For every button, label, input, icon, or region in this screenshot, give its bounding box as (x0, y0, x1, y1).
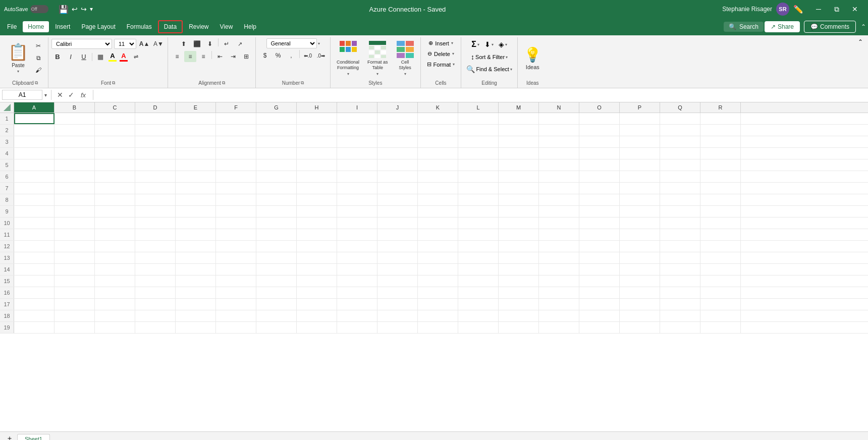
row-number-1[interactable]: 1 (0, 113, 14, 124)
cell-Q9[interactable] (660, 206, 700, 217)
cell-O13[interactable] (579, 252, 620, 263)
cell-M10[interactable] (499, 217, 539, 229)
cell-G2[interactable] (256, 125, 297, 136)
cell-R12[interactable] (700, 241, 741, 252)
cell-B15[interactable] (55, 276, 95, 287)
cell-I10[interactable] (337, 217, 377, 229)
cell-J17[interactable] (377, 299, 418, 310)
insert-cells-button[interactable]: ⊕ Insert ▾ (425, 38, 456, 48)
cell-M3[interactable] (499, 136, 539, 147)
cell-D19[interactable] (135, 322, 176, 333)
cell-D9[interactable] (135, 206, 176, 217)
align-left-button[interactable]: ≡ (171, 51, 183, 62)
borders-button[interactable]: ▦ (94, 51, 106, 63)
cell-P10[interactable] (620, 217, 660, 229)
cell-L13[interactable] (458, 252, 499, 263)
cell-P6[interactable] (620, 171, 660, 182)
cell-B7[interactable] (55, 183, 95, 194)
cell-N19[interactable] (539, 322, 579, 333)
ideas-button[interactable]: 💡 Ideas (521, 41, 545, 75)
cell-M9[interactable] (499, 206, 539, 217)
cell-C11[interactable] (95, 229, 135, 240)
cell-J1[interactable] (377, 113, 418, 124)
cell-K13[interactable] (418, 252, 458, 263)
cell-E19[interactable] (176, 322, 216, 333)
cell-G14[interactable] (256, 264, 297, 275)
cell-B19[interactable] (55, 322, 95, 333)
cell-R3[interactable] (700, 136, 741, 147)
cell-K15[interactable] (418, 276, 458, 287)
autosave-toggle[interactable]: Off (30, 5, 48, 13)
cell-C7[interactable] (95, 183, 135, 194)
cell-A9[interactable] (14, 206, 55, 217)
row-number-12[interactable]: 12 (0, 241, 14, 252)
cell-E15[interactable] (176, 276, 216, 287)
row-number-14[interactable]: 14 (0, 264, 14, 275)
cell-O19[interactable] (579, 322, 620, 333)
cell-R2[interactable] (700, 125, 741, 136)
cell-L8[interactable] (458, 194, 499, 205)
cell-D4[interactable] (135, 148, 176, 159)
bold-button[interactable]: B (51, 51, 64, 63)
cell-Q11[interactable] (660, 229, 700, 240)
cell-A3[interactable] (14, 136, 55, 147)
cell-N7[interactable] (539, 183, 579, 194)
cell-D11[interactable] (135, 229, 176, 240)
cell-I5[interactable] (337, 159, 377, 171)
cell-P2[interactable] (620, 125, 660, 136)
cell-H2[interactable] (297, 125, 337, 136)
cell-P8[interactable] (620, 194, 660, 205)
cell-D18[interactable] (135, 310, 176, 321)
cell-I6[interactable] (337, 171, 377, 182)
cell-I8[interactable] (337, 194, 377, 205)
cell-N10[interactable] (539, 217, 579, 229)
cell-N8[interactable] (539, 194, 579, 205)
cell-G7[interactable] (256, 183, 297, 194)
cell-Q10[interactable] (660, 217, 700, 229)
cell-Q1[interactable] (660, 113, 700, 124)
cell-C16[interactable] (95, 287, 135, 298)
search-box[interactable]: 🔍 Search (724, 22, 764, 32)
cell-M1[interactable] (499, 113, 539, 124)
percent-button[interactable]: % (272, 50, 284, 61)
cell-Q14[interactable] (660, 264, 700, 275)
cell-G17[interactable] (256, 299, 297, 310)
comments-button[interactable]: 💬 Comments (804, 21, 856, 33)
cell-A1[interactable] (14, 113, 55, 124)
cell-O4[interactable] (579, 148, 620, 159)
cell-L6[interactable] (458, 171, 499, 182)
cell-J16[interactable] (377, 287, 418, 298)
cell-L18[interactable] (458, 310, 499, 321)
cell-H7[interactable] (297, 183, 337, 194)
cell-B14[interactable] (55, 264, 95, 275)
align-right-button[interactable]: ≡ (197, 51, 209, 62)
cell-M11[interactable] (499, 229, 539, 240)
cell-G18[interactable] (256, 310, 297, 321)
cell-O8[interactable] (579, 194, 620, 205)
cell-R15[interactable] (700, 276, 741, 287)
cell-L9[interactable] (458, 206, 499, 217)
cancel-formula-button[interactable]: ✕ (56, 90, 65, 100)
cell-C10[interactable] (95, 217, 135, 229)
cell-C2[interactable] (95, 125, 135, 136)
row-number-2[interactable]: 2 (0, 125, 14, 136)
cell-N15[interactable] (539, 276, 579, 287)
cell-H12[interactable] (297, 241, 337, 252)
align-top-button[interactable]: ⬆ (178, 38, 190, 49)
col-header-m[interactable]: M (499, 102, 539, 113)
cell-K19[interactable] (418, 322, 458, 333)
col-header-a[interactable]: A (14, 102, 55, 113)
cell-I4[interactable] (337, 148, 377, 159)
cell-J11[interactable] (377, 229, 418, 240)
cell-F14[interactable] (216, 264, 256, 275)
cell-K9[interactable] (418, 206, 458, 217)
cell-C9[interactable] (95, 206, 135, 217)
cell-R18[interactable] (700, 310, 741, 321)
cell-P11[interactable] (620, 229, 660, 240)
cell-I3[interactable] (337, 136, 377, 147)
cell-H18[interactable] (297, 310, 337, 321)
col-header-b[interactable]: B (55, 102, 95, 113)
col-header-l[interactable]: L (458, 102, 499, 113)
cell-A14[interactable] (14, 264, 55, 275)
cell-I18[interactable] (337, 310, 377, 321)
